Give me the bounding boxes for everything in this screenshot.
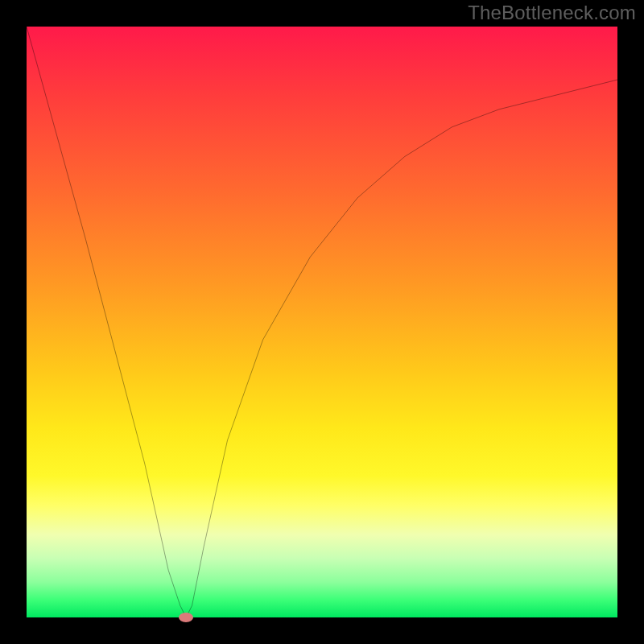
bottleneck-curve	[27, 27, 617, 617]
chart-frame: TheBottleneck.com	[0, 0, 644, 644]
curve-minimum-marker	[179, 613, 193, 622]
watermark-text: TheBottleneck.com	[468, 2, 636, 24]
